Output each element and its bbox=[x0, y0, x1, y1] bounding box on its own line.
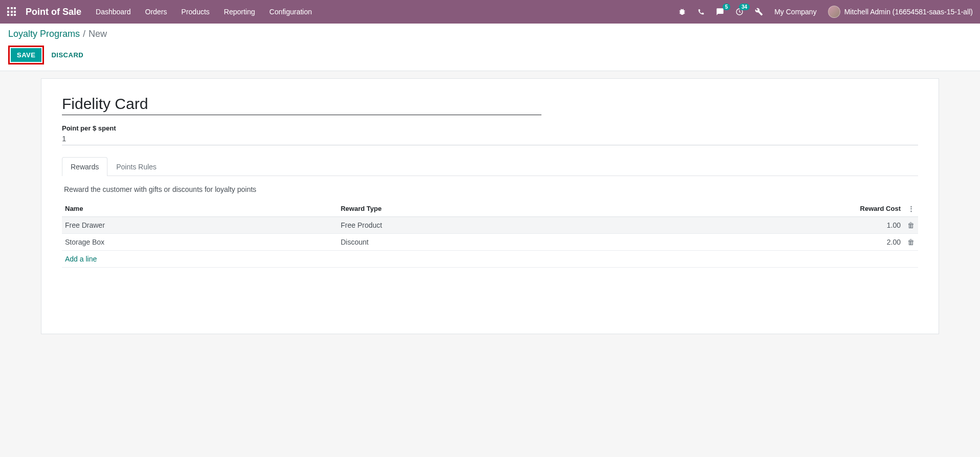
activities-badge: 34 bbox=[739, 4, 750, 10]
col-name[interactable]: Name bbox=[62, 201, 338, 217]
discard-button[interactable]: DISCARD bbox=[51, 51, 83, 59]
messages-icon[interactable]: 5 bbox=[716, 8, 724, 16]
cell-type[interactable]: Free Product bbox=[338, 217, 623, 234]
cell-name[interactable]: Free Drawer bbox=[62, 217, 338, 234]
activities-icon[interactable]: 34 bbox=[735, 8, 744, 16]
trash-icon[interactable]: 🗑 bbox=[907, 221, 914, 229]
company-selector[interactable]: My Company bbox=[774, 8, 816, 16]
tools-icon[interactable] bbox=[755, 8, 763, 16]
form-sheet: Point per $ spent Rewards Points Rules R… bbox=[41, 78, 939, 334]
phone-icon[interactable] bbox=[698, 8, 705, 15]
add-line-button[interactable]: Add a line bbox=[65, 255, 97, 263]
cell-name[interactable]: Storage Box bbox=[62, 234, 338, 251]
control-bar: Loyalty Programs / New SAVE DISCARD bbox=[0, 24, 980, 71]
apps-icon[interactable] bbox=[7, 7, 16, 16]
breadcrumb: Loyalty Programs / New bbox=[8, 29, 972, 39]
nav-right: 5 34 My Company Mitchell Admin (16654581… bbox=[678, 6, 973, 18]
avatar-icon bbox=[828, 6, 840, 18]
rewards-table: Name Reward Type Reward Cost ⋮ Free Draw… bbox=[62, 201, 918, 268]
user-menu[interactable]: Mitchell Admin (16654581-saas-15-1-all) bbox=[828, 6, 973, 18]
tab-rewards[interactable]: Rewards bbox=[62, 157, 107, 176]
app-brand[interactable]: Point of Sale bbox=[26, 7, 81, 17]
points-per-spent-label: Point per $ spent bbox=[62, 124, 918, 132]
breadcrumb-separator: / bbox=[83, 29, 85, 39]
save-button[interactable]: SAVE bbox=[11, 48, 41, 62]
main-navbar: Point of Sale Dashboard Orders Products … bbox=[0, 0, 980, 24]
table-row[interactable]: Free Drawer Free Product 1.00 🗑 bbox=[62, 217, 918, 234]
tabs: Rewards Points Rules bbox=[62, 157, 918, 176]
user-name: Mitchell Admin (16654581-saas-15-1-all) bbox=[844, 8, 973, 16]
tab-points-rules[interactable]: Points Rules bbox=[107, 157, 165, 176]
cell-cost[interactable]: 1.00 bbox=[623, 217, 904, 234]
table-row[interactable]: Storage Box Discount 2.00 🗑 bbox=[62, 234, 918, 251]
col-type[interactable]: Reward Type bbox=[338, 201, 623, 217]
rewards-description: Reward the customer with gifts or discou… bbox=[64, 185, 918, 193]
nav-reporting[interactable]: Reporting bbox=[224, 8, 255, 16]
breadcrumb-parent[interactable]: Loyalty Programs bbox=[8, 29, 80, 39]
nav-menu: Dashboard Orders Products Reporting Conf… bbox=[96, 8, 312, 16]
save-highlight-box: SAVE bbox=[8, 46, 44, 64]
trash-icon[interactable]: 🗑 bbox=[907, 238, 914, 246]
messages-badge: 5 bbox=[723, 4, 731, 10]
col-cost[interactable]: Reward Cost bbox=[623, 201, 904, 217]
cell-type[interactable]: Discount bbox=[338, 234, 623, 251]
sheet-container: Point per $ spent Rewards Points Rules R… bbox=[0, 71, 980, 341]
points-per-spent-input[interactable] bbox=[62, 132, 918, 145]
bug-icon[interactable] bbox=[678, 8, 686, 16]
nav-products[interactable]: Products bbox=[181, 8, 209, 16]
form-actions: SAVE DISCARD bbox=[8, 46, 972, 64]
breadcrumb-current: New bbox=[89, 29, 107, 39]
column-options-icon[interactable]: ⋮ bbox=[908, 205, 914, 212]
nav-configuration[interactable]: Configuration bbox=[269, 8, 312, 16]
add-line-row: Add a line bbox=[62, 251, 918, 268]
nav-orders[interactable]: Orders bbox=[145, 8, 167, 16]
cell-cost[interactable]: 2.00 bbox=[623, 234, 904, 251]
program-name-input[interactable] bbox=[62, 93, 541, 115]
nav-dashboard[interactable]: Dashboard bbox=[96, 8, 131, 16]
